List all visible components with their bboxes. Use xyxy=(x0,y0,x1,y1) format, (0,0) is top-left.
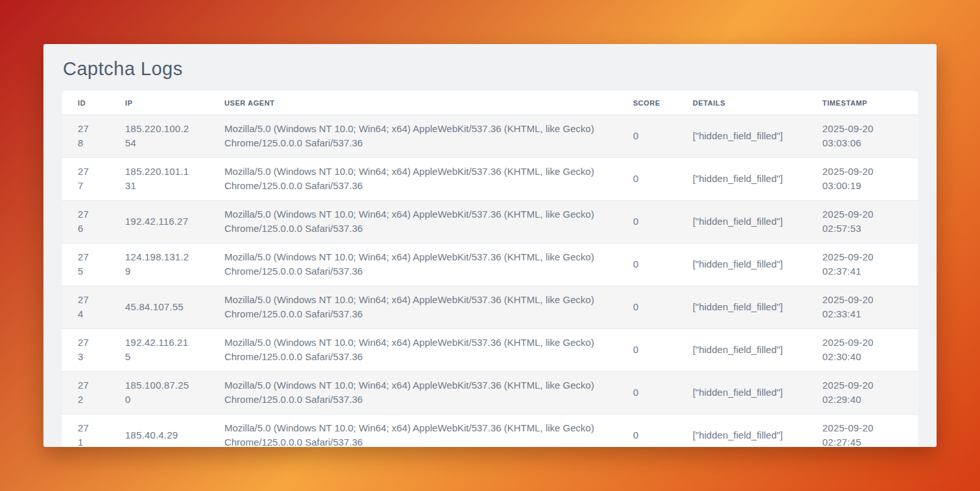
table-body: 278 185.220.100.254 Mozilla/5.0 (Windows… xyxy=(62,115,918,448)
captcha-logs-table: ID IP USER AGENT SCORE DETAILS TIMESTAMP… xyxy=(62,91,918,447)
cell-timestamp: 2025-09-20 02:33:41 xyxy=(806,286,918,329)
table-row: 276 192.42.116.27 Mozilla/5.0 (Windows N… xyxy=(62,201,918,244)
table-row: 275 124.198.131.29 Mozilla/5.0 (Windows … xyxy=(62,244,918,286)
cell-user-agent: Mozilla/5.0 (Windows NT 10.0; Win64; x64… xyxy=(208,244,616,286)
cell-ip: 124.198.131.29 xyxy=(109,244,208,286)
cell-id: 271 xyxy=(62,415,109,448)
cell-score: 0 xyxy=(617,115,677,158)
table-row: 278 185.220.100.254 Mozilla/5.0 (Windows… xyxy=(62,115,918,158)
cell-ip: 192.42.116.215 xyxy=(109,329,208,372)
cell-timestamp: 2025-09-20 02:30:40 xyxy=(806,329,918,372)
cell-ip: 185.220.100.254 xyxy=(109,115,208,158)
cell-score: 0 xyxy=(617,158,677,201)
cell-details: ["hidden_field_filled"] xyxy=(677,115,806,158)
table-row: 277 185.220.101.131 Mozilla/5.0 (Windows… xyxy=(62,158,918,201)
cell-id: 273 xyxy=(62,329,109,372)
table-header-row: ID IP USER AGENT SCORE DETAILS TIMESTAMP xyxy=(62,91,918,115)
cell-ip: 45.84.107.55 xyxy=(109,286,208,329)
cell-id: 272 xyxy=(62,372,109,415)
cell-score: 0 xyxy=(617,415,677,448)
cell-score: 0 xyxy=(617,372,677,415)
cell-details: ["hidden_field_filled"] xyxy=(677,415,806,448)
cell-ip: 192.42.116.27 xyxy=(109,201,208,244)
cell-score: 0 xyxy=(617,201,677,244)
cell-details: ["hidden_field_filled"] xyxy=(677,372,806,415)
column-header-details: DETAILS xyxy=(677,91,806,115)
cell-ip: 185.40.4.29 xyxy=(109,415,208,448)
cell-ip: 185.100.87.250 xyxy=(109,372,208,415)
cell-user-agent: Mozilla/5.0 (Windows NT 10.0; Win64; x64… xyxy=(208,415,616,448)
cell-id: 277 xyxy=(62,158,109,201)
table-row: 271 185.40.4.29 Mozilla/5.0 (Windows NT … xyxy=(62,415,918,448)
captcha-logs-card: Captcha Logs ID IP USER AGENT SCORE DETA… xyxy=(43,44,937,447)
cell-details: ["hidden_field_filled"] xyxy=(677,158,806,201)
captcha-logs-table-container: ID IP USER AGENT SCORE DETAILS TIMESTAMP… xyxy=(62,91,918,447)
cell-timestamp: 2025-09-20 03:00:19 xyxy=(806,158,918,201)
cell-id: 278 xyxy=(62,115,109,158)
cell-score: 0 xyxy=(617,286,677,329)
cell-timestamp: 2025-09-20 03:03:06 xyxy=(806,115,918,158)
page-title: Captcha Logs xyxy=(63,57,917,80)
column-header-user-agent: USER AGENT xyxy=(208,91,616,115)
cell-user-agent: Mozilla/5.0 (Windows NT 10.0; Win64; x64… xyxy=(208,372,616,415)
cell-user-agent: Mozilla/5.0 (Windows NT 10.0; Win64; x64… xyxy=(208,329,616,372)
cell-timestamp: 2025-09-20 02:27:45 xyxy=(806,415,918,448)
table-row: 272 185.100.87.250 Mozilla/5.0 (Windows … xyxy=(62,372,918,415)
table-row: 274 45.84.107.55 Mozilla/5.0 (Windows NT… xyxy=(62,286,918,329)
cell-details: ["hidden_field_filled"] xyxy=(677,244,806,286)
cell-user-agent: Mozilla/5.0 (Windows NT 10.0; Win64; x64… xyxy=(208,286,616,329)
cell-timestamp: 2025-09-20 02:29:40 xyxy=(806,372,918,415)
cell-id: 276 xyxy=(62,201,109,244)
cell-id: 274 xyxy=(62,286,109,329)
cell-user-agent: Mozilla/5.0 (Windows NT 10.0; Win64; x64… xyxy=(208,158,616,201)
cell-score: 0 xyxy=(617,244,677,286)
cell-details: ["hidden_field_filled"] xyxy=(677,286,806,329)
table-row: 273 192.42.116.215 Mozilla/5.0 (Windows … xyxy=(62,329,918,372)
column-header-id: ID xyxy=(62,91,109,115)
cell-details: ["hidden_field_filled"] xyxy=(677,201,806,244)
column-header-score: SCORE xyxy=(617,91,677,115)
cell-score: 0 xyxy=(617,329,677,372)
column-header-timestamp: TIMESTAMP xyxy=(806,91,918,115)
cell-ip: 185.220.101.131 xyxy=(109,158,208,201)
cell-user-agent: Mozilla/5.0 (Windows NT 10.0; Win64; x64… xyxy=(208,201,616,244)
column-header-ip: IP xyxy=(109,91,208,115)
cell-id: 275 xyxy=(62,244,109,286)
cell-timestamp: 2025-09-20 02:37:41 xyxy=(806,244,918,286)
cell-details: ["hidden_field_filled"] xyxy=(677,329,806,372)
cell-user-agent: Mozilla/5.0 (Windows NT 10.0; Win64; x64… xyxy=(208,115,616,158)
cell-timestamp: 2025-09-20 02:57:53 xyxy=(806,201,918,244)
